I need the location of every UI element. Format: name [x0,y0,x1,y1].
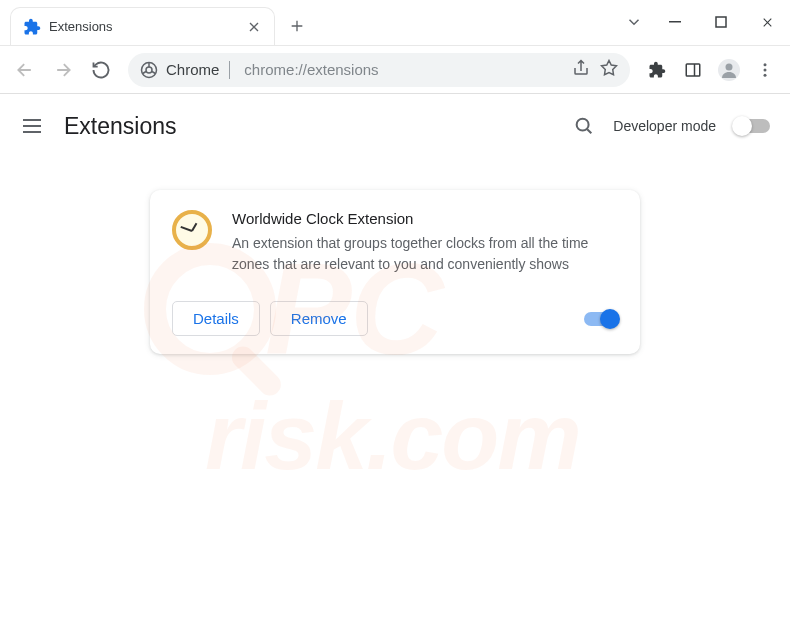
omnibox-divider [229,61,230,79]
details-button[interactable]: Details [172,301,260,336]
extension-app-icon [172,210,212,250]
developer-mode-toggle[interactable] [734,119,770,133]
forward-button[interactable] [46,53,80,87]
svg-point-9 [764,68,767,71]
close-tab-icon[interactable] [246,19,262,35]
reload-button[interactable] [84,53,118,87]
omnibox-scheme: Chrome [166,61,219,78]
extension-card: Worldwide Clock Extension An extension t… [150,190,640,354]
share-icon[interactable] [572,59,590,81]
menu-button[interactable] [748,53,782,87]
omnibox-url: chrome://extensions [244,61,378,78]
back-button[interactable] [8,53,42,87]
page-title: Extensions [64,113,177,140]
svg-rect-0 [669,21,681,23]
svg-rect-1 [716,17,726,27]
extension-description: An extension that groups together clocks… [232,233,618,275]
window-titlebar: Extensions [0,0,790,46]
svg-rect-4 [686,64,700,76]
extension-icon [23,18,41,36]
svg-point-7 [726,63,733,70]
bookmark-icon[interactable] [600,59,618,81]
close-window-button[interactable] [744,2,790,42]
browser-tab[interactable]: Extensions [10,7,275,45]
extension-enable-toggle[interactable] [584,312,618,326]
extension-name: Worldwide Clock Extension [232,210,618,227]
svg-point-8 [764,63,767,66]
browser-toolbar: Chrome chrome://extensions [0,46,790,94]
extensions-button[interactable] [640,53,674,87]
search-icon[interactable] [573,115,595,137]
side-panel-button[interactable] [676,53,710,87]
svg-text:risk.com: risk.com [205,383,580,489]
chrome-icon [140,61,158,79]
svg-point-3 [146,67,152,73]
new-tab-button[interactable] [283,12,311,40]
minimize-button[interactable] [652,2,698,42]
page-header: Extensions Developer mode [0,94,790,158]
tab-search-button[interactable] [616,13,652,31]
tab-title: Extensions [49,19,246,34]
window-controls [616,0,790,45]
developer-mode-label: Developer mode [613,118,716,134]
profile-button[interactable] [712,53,746,87]
svg-point-11 [577,119,589,131]
hamburger-icon[interactable] [20,114,44,138]
remove-button[interactable]: Remove [270,301,368,336]
maximize-button[interactable] [698,2,744,42]
extensions-page: Extensions Developer mode Worldwide Cloc… [0,94,790,354]
svg-point-10 [764,73,767,76]
address-bar[interactable]: Chrome chrome://extensions [128,53,630,87]
